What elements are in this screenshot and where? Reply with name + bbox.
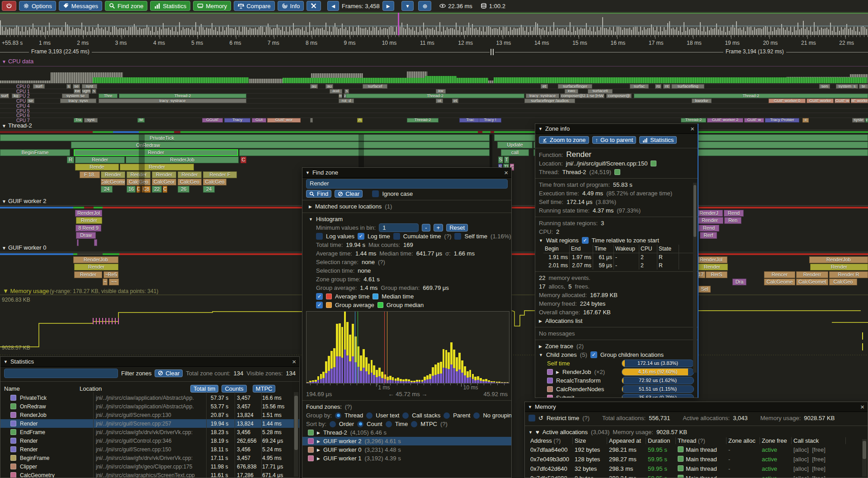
timeline-zone[interactable]: Draw xyxy=(76,232,96,239)
timeline-zone[interactable]: CalcGeo xyxy=(203,179,226,185)
collapse-triangle-icon[interactable]: ▼ xyxy=(4,360,8,364)
cpu-zone[interactable]: s xyxy=(344,89,349,94)
timeline-zone[interactable]: 22 xyxy=(152,186,162,193)
timeline-zone[interactable]: RenderJol xyxy=(695,256,727,263)
checkbox-checked[interactable]: ✓ xyxy=(590,351,597,358)
zone-group-row[interactable]: ▶Thread-2(4,105) 6.46 s xyxy=(302,428,511,437)
memory-titlebar[interactable]: ▼Memory× xyxy=(525,402,868,412)
checkbox-checked[interactable]: ✓ xyxy=(316,293,323,300)
timeline-zone[interactable]: CalcGeomet xyxy=(796,279,828,285)
timeline-zone[interactable]: ~~ xyxy=(109,279,119,285)
cpu-zone[interactable]: composer@2.1-se [HW xyxy=(560,94,604,98)
cpu-zone[interactable]: ` xyxy=(310,118,313,123)
child-zone-row[interactable]: Self time172.14 us (3.83%) xyxy=(535,359,698,368)
child-zone-row[interactable]: Submit35.63 us (0.79%) xyxy=(535,393,698,398)
radio-unselected[interactable] xyxy=(402,412,409,419)
cpu-zone[interactable]: GUIF worker 2 xyxy=(707,118,743,123)
timeline-zone[interactable]: RenderJob xyxy=(809,256,868,263)
child-zone-row[interactable]: CalcRenderNodes51.51 us (1.15%) xyxy=(535,385,698,393)
collapsed-triangle-icon[interactable]: ▶ xyxy=(317,448,320,452)
timeline-zone[interactable]: Ren xyxy=(724,217,741,224)
cpu-zone[interactable]: et xyxy=(452,99,458,103)
cpu-zone[interactable]: te xyxy=(859,84,868,89)
ignore-case-checkbox[interactable] xyxy=(372,190,379,197)
cpu-zone[interactable]: surfacefl xyxy=(588,89,613,94)
cpu-zone[interactable]: composer@ xyxy=(606,94,632,98)
timeline-zone[interactable]: Update xyxy=(497,142,533,148)
timeline-zone[interactable]: Render xyxy=(101,171,125,178)
timeline-zone[interactable]: Rerf xyxy=(700,232,717,239)
timeline-zone[interactable]: Render xyxy=(120,164,194,170)
timeline-zone[interactable]: C xyxy=(163,186,167,193)
cpu-zone[interactable]: GUI xyxy=(252,118,266,123)
timeline-zone[interactable]: CalcGeome xyxy=(101,179,125,185)
timeline-zone[interactable]: Render xyxy=(810,264,868,270)
collapse-triangle-icon[interactable]: ▼ xyxy=(538,127,542,131)
timeline-zone[interactable]: 26 xyxy=(178,186,189,193)
cpu-zone[interactable]: rot_d xyxy=(339,99,354,103)
collapsed-triangle-icon[interactable]: ▶ xyxy=(539,344,542,349)
checkbox-checked[interactable]: ✓ xyxy=(358,233,364,240)
radio-selected[interactable] xyxy=(335,412,341,419)
zone-group-row[interactable]: ▶GUIF worker 0(3,231) 4.48 s xyxy=(302,445,511,454)
cpu-zone[interactable]: syst xyxy=(82,84,97,89)
timeline-zone[interactable]: Render xyxy=(178,171,202,178)
timeline-zone[interactable]: CalcGeor xyxy=(152,179,176,185)
table-row[interactable]: EndFramejni/../jni/src/claw/gfx/drv/vk/D… xyxy=(0,428,299,436)
cpu-zone[interactable]: kg xyxy=(12,94,20,98)
statistics-button[interactable]: Statistics xyxy=(639,136,677,144)
cpu-zone[interactable]: ro xyxy=(655,84,661,89)
zone-group-row[interactable]: ▶GUIF worker 2(3,296) 4.61 s xyxy=(302,437,511,445)
find-zone-histogram[interactable] xyxy=(306,311,509,383)
timeline-zone[interactable]: R xyxy=(67,156,74,163)
statistics-titlebar[interactable]: ▼Statistics× xyxy=(0,357,299,367)
timeline-zone[interactable]: ~Re5 xyxy=(104,271,118,278)
child-zone-row[interactable]: RecalcTransform72.92 us (1.62%) xyxy=(535,376,698,385)
table-row[interactable]: RenderJobjni/../jni/src/guif/Screen.cpp:… xyxy=(0,411,299,419)
thread-header-guif-worker-2[interactable]: ▼GUIF worker 2 xyxy=(2,198,46,204)
cpu-zone[interactable]: system se xyxy=(62,94,89,98)
timeline-zone[interactable]: Render R xyxy=(829,271,868,278)
cpu-zone[interactable]: m xyxy=(339,94,342,98)
zone-info-titlebar[interactable]: ▼Zone info× xyxy=(535,124,698,134)
cpu-zone[interactable]: s xyxy=(92,89,96,94)
cpu-zone[interactable]: GUIF wor xyxy=(267,118,301,123)
cpu-zone[interactable]: nt xyxy=(663,84,670,89)
find-zone-titlebar[interactable]: ▼Find zone× xyxy=(302,168,511,178)
timeline-zone[interactable]: 8 Rend 9 xyxy=(75,225,101,232)
close-icon[interactable]: × xyxy=(860,403,864,410)
timeline-zone[interactable]: Dra xyxy=(732,279,746,285)
cpu-zone[interactable]: kworke xyxy=(692,99,712,103)
checkbox-checked[interactable]: ✓ xyxy=(316,302,323,308)
timeline-zone[interactable]: S xyxy=(498,156,503,163)
cpu-zone[interactable]: sen xyxy=(819,84,830,89)
timeline-zone[interactable]: Render xyxy=(76,217,102,224)
checkbox-unchecked[interactable] xyxy=(393,233,400,240)
timeline-zone[interactable]: PrivateTick xyxy=(0,134,490,141)
column-mtpc-sort[interactable]: MTPC xyxy=(253,385,276,393)
clear-button[interactable]: Clear xyxy=(335,190,363,198)
radio-unselected[interactable] xyxy=(366,412,373,419)
cpu-zone[interactable]: tracy_systrace xyxy=(99,99,246,103)
find-button[interactable]: Find xyxy=(306,190,331,198)
timeline-zone[interactable]: 24 xyxy=(203,186,215,193)
cpu-zone[interactable]: GUIF worker 0 xyxy=(769,99,806,103)
table-row[interactable]: OnRedrawjni/../jni/src/claw/application/… xyxy=(0,402,299,411)
timeline-zone[interactable]: Rende xyxy=(75,164,119,170)
cpu-zone[interactable]: au xyxy=(326,84,333,89)
radio-unselected[interactable] xyxy=(443,412,450,419)
timeline-zone[interactable]: Rencer xyxy=(764,271,795,278)
timeline-zone[interactable] xyxy=(77,239,79,246)
timeline-zone[interactable]: Render xyxy=(696,217,723,224)
collapsed-triangle-icon[interactable]: ▶ xyxy=(317,431,320,435)
timeline-zone[interactable]: 16 xyxy=(127,186,136,193)
timeline-zone[interactable]: RenderJ xyxy=(695,210,723,217)
cpu-zone[interactable]: GUIF w xyxy=(835,99,850,103)
cpu-zone[interactable]: surfaceflinger xyxy=(558,84,592,89)
radio-unselected[interactable] xyxy=(386,421,392,427)
radio-unselected[interactable] xyxy=(411,421,417,427)
selected-zone[interactable]: Render xyxy=(74,149,238,156)
cpu-zone[interactable]: kw xyxy=(436,89,446,94)
cpu-zone[interactable]: ugm xyxy=(82,89,91,94)
table-row[interactable]: CalcGeometryjni/../jni/src/claw/graphics… xyxy=(0,471,299,478)
